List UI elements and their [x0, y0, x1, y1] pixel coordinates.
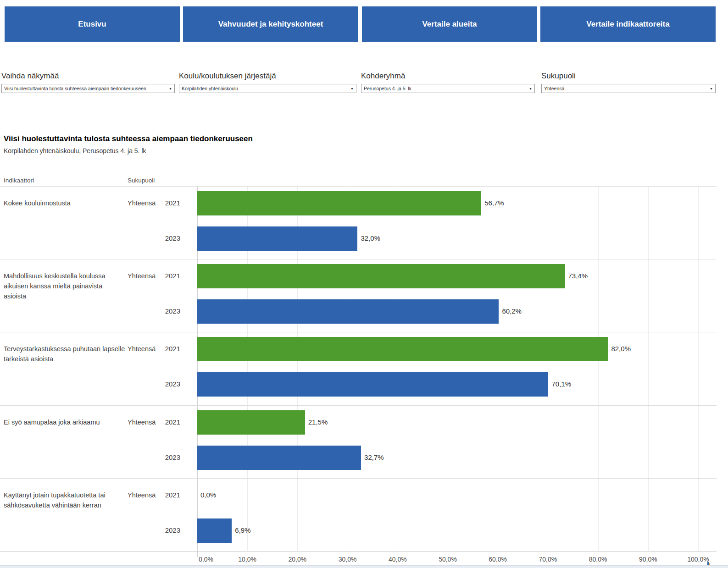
x-axis-line: [0, 551, 717, 551]
x-axis-tick-label: 90,0%: [630, 555, 667, 564]
gender-label: Yhteensä: [128, 271, 156, 281]
bar-2021[interactable]: [197, 264, 565, 288]
column-header-sukupuoli: Sukupuoli: [128, 177, 155, 184]
x-axis-tick-label: 80,0%: [580, 555, 617, 564]
dropdown-selected-value: Korpilahden yhtenäiskoulu: [182, 86, 238, 91]
filter-koulu: Koulu/koulutuksen järjestäjä Korpilahden…: [179, 71, 356, 93]
row-separator: [0, 332, 717, 332]
bar-2021[interactable]: [197, 337, 608, 361]
nav-button-etusivu[interactable]: Etusivu: [5, 6, 180, 42]
x-axis-tick-label: 30,0%: [329, 555, 366, 564]
x-axis-tick-label: 60,0%: [479, 555, 516, 564]
filter-label: Sukupuoli: [541, 71, 716, 81]
chevron-down-icon: ▼: [350, 87, 354, 90]
gridline: [398, 186, 398, 551]
column-header-indikaattori: Indikaattori: [4, 177, 34, 184]
gender-label: Yhteensä: [128, 344, 156, 354]
bar-2023[interactable]: [197, 226, 357, 251]
bar-2023[interactable]: [197, 372, 548, 397]
year-label: 2021: [154, 417, 180, 427]
year-label: 2023: [154, 233, 180, 243]
chevron-down-icon: ▼: [529, 87, 532, 90]
gridline: [498, 186, 498, 551]
bar-2023[interactable]: [197, 518, 232, 543]
bar-2021[interactable]: [197, 410, 305, 435]
chevron-down-icon: ▼: [169, 87, 172, 90]
filter-label: Kohderyhmä: [361, 71, 535, 81]
bar-value-label: 82,0%: [611, 344, 631, 354]
gender-label: Yhteensä: [128, 198, 156, 208]
target-group-dropdown[interactable]: Perusopetus 4. ja 5. lk ▼: [361, 84, 535, 93]
gridline: [548, 186, 548, 551]
bar-value-label: 73,4%: [568, 271, 588, 281]
x-axis-tick-label: 100,0%: [680, 555, 717, 564]
gridline: [598, 186, 599, 551]
row-separator: [0, 405, 717, 406]
dropdown-selected-value: Perusopetus 4. ja 5. lk: [364, 86, 411, 91]
bar-2023[interactable]: [197, 299, 499, 324]
x-axis-tick-label: 50,0%: [429, 555, 466, 564]
gridline: [648, 186, 649, 551]
year-label: 2023: [154, 306, 180, 316]
nav-button-vertaile-indikaattoreita[interactable]: Vertaile indikaattoreita: [540, 6, 716, 42]
gender-dropdown[interactable]: Yhteensä ▼: [541, 84, 716, 93]
dashboard-page: Etusivu Vahvuudet ja kehityskohteet Vert…: [0, 0, 728, 568]
row-separator: [0, 186, 717, 187]
dropdown-selected-value: Viisi huolestuttavinta tulosta suhteessa…: [4, 86, 146, 91]
nav-button-vahvuudet-ja-kehityskohteet[interactable]: Vahvuudet ja kehityskohteet: [183, 6, 358, 42]
nav-button-vertaile-alueita[interactable]: Vertaile alueita: [362, 6, 537, 42]
x-axis-tick-label: 10,0%: [229, 555, 266, 564]
bar-value-label: 56,7%: [484, 198, 504, 208]
indicator-label: Kokee kouluinnostusta: [4, 198, 127, 208]
logo-fragment: [709, 563, 710, 565]
year-label: 2023: [154, 452, 180, 463]
x-axis-tick-label: 0,0%: [199, 555, 213, 564]
view-dropdown[interactable]: Viisi huolestuttavinta tulosta suhteessa…: [1, 84, 175, 93]
bar-value-label: 32,0%: [361, 233, 380, 243]
bar-value-label: 21,5%: [308, 417, 328, 427]
gridline: [448, 186, 448, 551]
filter-label: Koulu/koulutuksen järjestäjä: [179, 71, 356, 81]
dropdown-selected-value: Yhteensä: [544, 86, 564, 91]
bar-value-label: 60,2%: [502, 306, 522, 316]
bar-value-label: 70,1%: [551, 379, 571, 389]
bar-2021[interactable]: [197, 191, 481, 215]
filter-vaihda-nakymaa: Vaihda näkymää Viisi huolestuttavinta tu…: [1, 71, 175, 93]
indicator-label: Käyttänyt jotain tupakkatuotetta tai säh…: [4, 490, 127, 510]
row-separator: [0, 259, 717, 259]
footer-strip: [0, 565, 728, 568]
x-axis-tick-label: 70,0%: [529, 555, 566, 564]
x-axis-tick-label: 40,0%: [379, 555, 416, 564]
filter-kohderyhma: Kohderyhmä Perusopetus 4. ja 5. lk ▼: [361, 71, 535, 93]
chevron-down-icon: ▼: [710, 87, 713, 90]
filter-label: Vaihda näkymää: [1, 71, 175, 81]
school-dropdown[interactable]: Korpilahden yhtenäiskoulu ▼: [179, 84, 356, 93]
year-label: 2021: [154, 271, 180, 281]
gender-label: Yhteensä: [128, 490, 156, 500]
gender-label: Yhteensä: [128, 417, 156, 427]
year-label: 2023: [154, 379, 180, 389]
x-axis-tick-label: 20,0%: [279, 555, 316, 564]
year-label: 2023: [154, 525, 180, 535]
year-label: 2021: [154, 344, 180, 354]
indicator-label: Mahdollisuus keskustella koulussa aikuis…: [4, 271, 127, 301]
bar-2023[interactable]: [197, 446, 361, 470]
filter-sukupuoli: Sukupuoli Yhteensä ▼: [541, 71, 716, 93]
bar-value-label: 6,9%: [235, 525, 250, 535]
gridline: [698, 186, 699, 551]
bar-value-label: 32,7%: [364, 452, 384, 463]
year-label: 2021: [154, 490, 180, 500]
bar-value-label: 0,0%: [200, 490, 216, 500]
year-label: 2021: [154, 198, 180, 208]
page-title: Viisi huolestuttavinta tulosta suhteessa…: [4, 134, 253, 143]
indicator-label: Ei syö aamupalaa joka arkiaamu: [4, 417, 127, 427]
indicator-label: Terveystarkastuksessa puhutaan lapselle …: [4, 344, 127, 364]
row-separator: [0, 478, 717, 479]
page-subtitle: Korpilahden yhtenäiskoulu, Perusopetus 4…: [4, 147, 146, 154]
